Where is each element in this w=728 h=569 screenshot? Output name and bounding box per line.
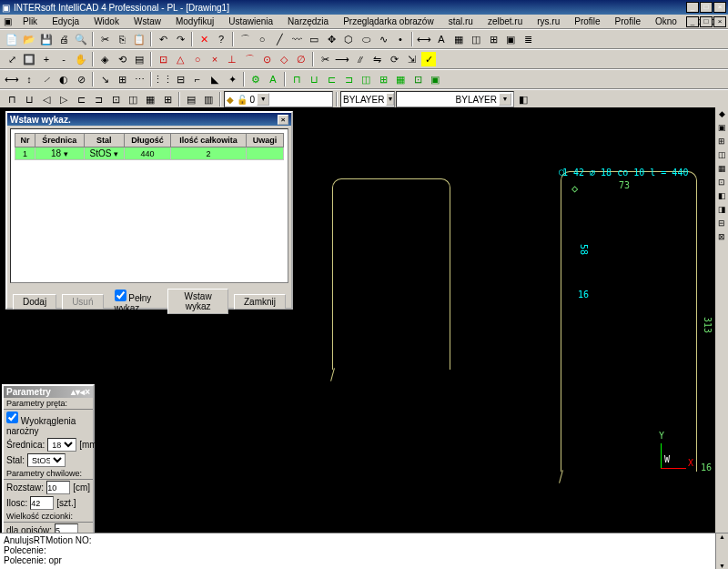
save-icon[interactable]: 💾 xyxy=(38,31,55,47)
zoom-in-icon[interactable]: + xyxy=(38,51,55,67)
t4-4-icon[interactable]: ▷ xyxy=(56,91,72,107)
cell-ilosc[interactable]: 2 xyxy=(170,147,246,160)
orbit-icon[interactable]: ⟲ xyxy=(114,51,130,67)
cell-srednica[interactable]: 18 ▾ xyxy=(35,147,84,160)
snap-cen-icon[interactable]: ○ xyxy=(189,51,206,67)
command-line[interactable]: AnulujsRTMotion NO: Polecenie: Polecenie… xyxy=(0,533,728,569)
cmd-scrollbar[interactable]: ▲ ▼ xyxy=(715,533,728,569)
vt-10-icon[interactable]: ⊠ xyxy=(715,232,728,245)
menu-modyfikuj[interactable]: Modyfikuj xyxy=(172,16,217,26)
rozstaw-input[interactable] xyxy=(46,481,70,494)
chamfer-icon[interactable]: ◣ xyxy=(207,71,223,87)
region-icon[interactable]: ▣ xyxy=(502,31,519,47)
chevron-down-icon[interactable]: ▼ xyxy=(499,93,511,106)
pan-icon[interactable]: ✋ xyxy=(73,51,89,67)
table-row[interactable]: 1 18 ▾ StOS ▾ 440 2 xyxy=(15,147,284,160)
wyokr-checkbox[interactable]: Wyokrąglenia narożny xyxy=(6,411,90,436)
snap-node-icon[interactable]: ◇ xyxy=(276,51,292,67)
dv-icon[interactable]: ↕ xyxy=(21,71,37,87)
trim-icon[interactable]: ✂ xyxy=(317,51,333,67)
menu-wstaw[interactable]: Wstaw xyxy=(130,16,165,26)
maximize-button[interactable]: □ xyxy=(700,2,713,13)
style-icon[interactable]: A xyxy=(265,71,281,87)
zoom-win-icon[interactable]: 🔲 xyxy=(21,51,37,67)
redo-icon[interactable]: ↷ xyxy=(172,31,188,47)
menu-przegladarka[interactable]: Przeglądarka obrazów xyxy=(339,16,438,26)
paste-icon[interactable]: 📋 xyxy=(131,31,147,47)
stal-select[interactable]: StOS xyxy=(27,453,66,467)
doc-close-button[interactable]: × xyxy=(713,16,726,27)
t4-9-icon[interactable]: ▦ xyxy=(142,91,158,107)
mirror-icon[interactable]: ⇋ xyxy=(369,51,385,67)
text-icon[interactable]: A xyxy=(433,31,450,47)
menu-profile2[interactable]: Profile xyxy=(612,16,644,26)
polyline-icon[interactable]: 〰 xyxy=(288,31,305,47)
snap-tan-icon[interactable]: ⌒ xyxy=(241,51,258,67)
menu-ustawienia[interactable]: Ustawienia xyxy=(225,16,277,26)
rebar5-icon[interactable]: ◫ xyxy=(358,71,374,87)
rotate-icon[interactable]: ⟳ xyxy=(386,51,402,67)
vt-2-icon[interactable]: ▣ xyxy=(715,123,728,136)
leader-icon[interactable]: ↘ xyxy=(96,71,113,87)
undo-icon[interactable]: ↶ xyxy=(155,31,171,47)
snap-per-icon[interactable]: ⊥ xyxy=(224,51,240,67)
snap-mid-icon[interactable]: △ xyxy=(172,51,188,67)
th-dlugosc[interactable]: Długość xyxy=(124,134,170,147)
linetype-combo[interactable]: BYLAYER ▼ xyxy=(340,91,395,107)
point-icon[interactable]: • xyxy=(392,31,409,47)
rebar8-icon[interactable]: ⊡ xyxy=(410,71,426,87)
preview-icon[interactable]: 🔍 xyxy=(73,31,89,47)
dh-icon[interactable]: ⟷ xyxy=(4,71,20,87)
close-button[interactable]: × xyxy=(713,2,726,13)
cell-uwagi[interactable] xyxy=(247,147,284,160)
t4-1-icon[interactable]: ⊓ xyxy=(4,91,20,107)
da-icon[interactable]: ⟋ xyxy=(38,71,55,87)
doc-minimize-button[interactable]: _ xyxy=(686,16,699,27)
layer-icon[interactable]: ≣ xyxy=(520,31,536,47)
t4-8-icon[interactable]: ◫ xyxy=(125,91,141,107)
th-nr[interactable]: Nr xyxy=(15,134,35,147)
print-icon[interactable]: 🖨 xyxy=(56,31,72,47)
menu-okno[interactable]: Okno xyxy=(652,16,681,26)
rebar1-icon[interactable]: ⊓ xyxy=(288,71,305,87)
polygon-icon[interactable]: ⬡ xyxy=(340,31,357,47)
erase-icon[interactable]: ✕ xyxy=(196,31,212,47)
array-icon[interactable]: ⋮⋮ xyxy=(155,71,171,87)
panel-buttons[interactable]: ▴▾◂× xyxy=(71,387,90,397)
spline-icon[interactable]: ∿ xyxy=(375,31,391,47)
rect-icon[interactable]: ▭ xyxy=(306,31,322,47)
line-icon[interactable]: ╱ xyxy=(271,31,288,47)
tol-icon[interactable]: ⊞ xyxy=(114,71,130,87)
vt-1-icon[interactable]: ◆ xyxy=(715,109,728,122)
cut-icon[interactable]: ✂ xyxy=(96,31,113,47)
open-icon[interactable]: 📂 xyxy=(21,31,37,47)
t4-2-icon[interactable]: ⊔ xyxy=(21,91,37,107)
menu-edycja[interactable]: Edycja xyxy=(48,16,83,26)
dd-icon[interactable]: ⊘ xyxy=(73,71,89,87)
srednica-select[interactable]: 18 xyxy=(47,438,76,452)
chevron-down-icon[interactable]: ▼ xyxy=(257,93,269,106)
insert-icon[interactable]: ⊞ xyxy=(485,31,501,47)
color-swatch-icon[interactable]: ◧ xyxy=(515,91,531,107)
explode-icon[interactable]: ✦ xyxy=(224,71,240,87)
menu-widok[interactable]: Widok xyxy=(90,16,123,26)
dodaj-button[interactable]: Dodaj xyxy=(13,294,56,310)
usun-button[interactable]: Usuń xyxy=(62,294,103,310)
th-stal[interactable]: Stal xyxy=(84,134,124,147)
cell-stal[interactable]: StOS ▾ xyxy=(84,147,124,160)
dialog-close-button[interactable]: × xyxy=(278,115,288,125)
color-combo[interactable]: BYLAYER ▼ xyxy=(396,91,514,107)
menu-narzedzia[interactable]: Narzędzia xyxy=(284,16,332,26)
th-uwagi[interactable]: Uwagi xyxy=(247,134,284,147)
arc-icon[interactable]: ⌒ xyxy=(237,31,253,47)
extend-icon[interactable]: ⟶ xyxy=(334,51,350,67)
t4-6-icon[interactable]: ⊐ xyxy=(90,91,106,107)
minimize-button[interactable]: _ xyxy=(686,2,699,13)
menu-plik[interactable]: Plik xyxy=(19,16,41,26)
menu-zelbet[interactable]: zelbet.ru xyxy=(484,16,526,26)
scale-icon[interactable]: ⇲ xyxy=(403,51,420,67)
app-menu-icon[interactable]: ▣ xyxy=(4,16,12,26)
zamknij-button[interactable]: Zamknij xyxy=(234,294,286,310)
t4-12-icon[interactable]: ▥ xyxy=(200,91,217,107)
fillet-icon[interactable]: ⌐ xyxy=(189,71,206,87)
